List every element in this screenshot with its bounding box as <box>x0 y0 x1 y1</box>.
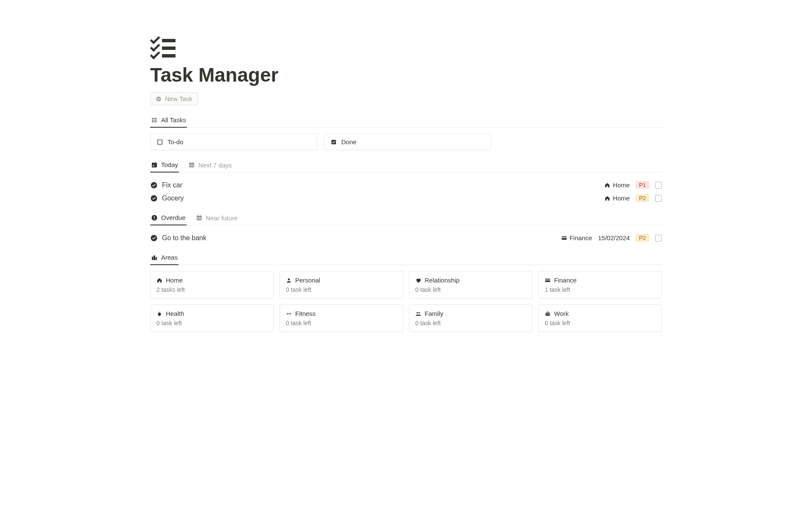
areas-grid: Home2 tasks leftPersonal0 task leftRelat… <box>150 271 662 332</box>
square-icon <box>156 139 163 145</box>
tab-label: All Tasks <box>161 116 186 123</box>
area-name: Family <box>425 310 443 317</box>
area-card[interactable]: Health0 task left <box>150 304 274 332</box>
task-row[interactable]: Gocery Home P2 <box>150 192 662 205</box>
tab-label: Near future <box>206 214 238 222</box>
areas-tabs: Areas <box>150 250 662 265</box>
task-row[interactable]: Fix car Home P1 <box>150 178 662 192</box>
area-name: Fitness <box>295 310 315 317</box>
checklist-icon <box>151 117 158 123</box>
alert-icon <box>151 214 158 221</box>
area-count: 0 task left <box>415 320 526 326</box>
area-count: 0 task left <box>415 286 526 293</box>
task-area: Home <box>604 181 630 189</box>
calendar-grid-icon <box>188 162 195 168</box>
tab-label: Next 7 days <box>198 162 232 169</box>
apple-icon <box>156 311 162 317</box>
today-task-list: Fix car Home P1 Gocery Home <box>150 178 662 205</box>
family-icon <box>415 311 421 317</box>
tab-overdue[interactable]: Overdue <box>150 211 187 225</box>
area-count: 2 tasks left <box>156 286 267 293</box>
tab-label: Areas <box>161 254 178 261</box>
area-card[interactable]: Home2 tasks left <box>150 271 274 299</box>
heart-icon <box>415 277 421 283</box>
checkcircle-icon <box>156 96 162 102</box>
task-title-text: Fix car <box>162 181 182 189</box>
calendar-grid-icon <box>196 214 203 221</box>
filter-label: To-do <box>167 138 184 145</box>
area-card[interactable]: Finance1 task left <box>538 271 662 299</box>
priority-badge: P1 <box>636 181 649 189</box>
checkcircle-icon <box>150 195 158 202</box>
task-title-text: Go to the bank <box>162 234 206 242</box>
area-name: Finance <box>554 277 576 284</box>
task-area: Finance <box>561 234 592 241</box>
person-icon <box>286 277 292 283</box>
area-count: 0 task left <box>156 320 267 326</box>
status-filters: To-do Done <box>150 134 662 150</box>
priority-badge: P2 <box>636 194 649 202</box>
area-card[interactable]: Work0 task left <box>538 304 662 332</box>
area-count: 1 task left <box>545 286 656 293</box>
area-name: Health <box>166 310 184 317</box>
task-row[interactable]: Go to the bank Finance 15/02/2024 P2 <box>150 231 662 244</box>
tab-all-tasks[interactable]: All Tasks <box>150 113 187 128</box>
task-checkbox[interactable] <box>655 182 662 189</box>
area-card[interactable]: Fitness0 task left <box>280 304 403 332</box>
briefcase-icon <box>545 311 551 317</box>
main-view-tabs: All Tasks <box>150 113 662 128</box>
checkcircle-icon <box>150 234 158 242</box>
task-title-text: Gocery <box>162 195 184 202</box>
home-icon <box>604 182 610 188</box>
task-checkbox[interactable] <box>655 195 662 202</box>
area-name: Personal <box>295 277 320 284</box>
page-title: Task Manager <box>150 63 662 86</box>
tab-label: Overdue <box>161 214 186 221</box>
filter-todo[interactable]: To-do <box>150 134 317 150</box>
city-icon <box>151 254 158 261</box>
filter-done[interactable]: Done <box>324 134 491 150</box>
area-name: Home <box>166 277 183 284</box>
tab-today[interactable]: Today <box>150 158 179 173</box>
tab-label: Today <box>161 161 178 168</box>
card-icon <box>561 235 567 241</box>
tab-near-future[interactable]: Near future <box>195 211 239 225</box>
area-count: 0 task left <box>545 320 656 326</box>
area-name: Work <box>554 310 569 317</box>
checkcircle-icon <box>150 181 158 189</box>
card-icon <box>545 277 551 283</box>
time-tabs: Today Next 7 days <box>150 158 662 173</box>
overdue-tabs: Overdue Near future <box>150 211 662 225</box>
task-checkbox[interactable] <box>655 235 662 241</box>
new-task-label: New Task <box>165 95 192 102</box>
page-icon <box>150 38 662 58</box>
calendar-day-icon <box>151 162 158 168</box>
checksquare-icon <box>330 139 337 145</box>
home-icon <box>156 277 162 283</box>
area-card[interactable]: Personal0 task left <box>280 271 403 299</box>
area-count: 0 task left <box>286 286 397 293</box>
tab-areas[interactable]: Areas <box>150 250 178 265</box>
overdue-task-list: Go to the bank Finance 15/02/2024 P2 <box>150 231 662 244</box>
task-area: Home <box>604 195 630 202</box>
priority-badge: P2 <box>636 234 649 242</box>
task-date: 15/02/2024 <box>598 234 630 241</box>
area-card[interactable]: Relationship0 task left <box>409 271 532 299</box>
dumbbell-icon <box>286 311 292 317</box>
new-task-button[interactable]: New Task <box>150 92 198 105</box>
filter-label: Done <box>341 138 357 145</box>
tab-next-7-days[interactable]: Next 7 days <box>187 158 233 172</box>
area-count: 0 task left <box>286 320 397 326</box>
area-card[interactable]: Family0 task left <box>409 304 532 332</box>
home-icon <box>604 195 610 201</box>
area-name: Relationship <box>425 277 460 284</box>
